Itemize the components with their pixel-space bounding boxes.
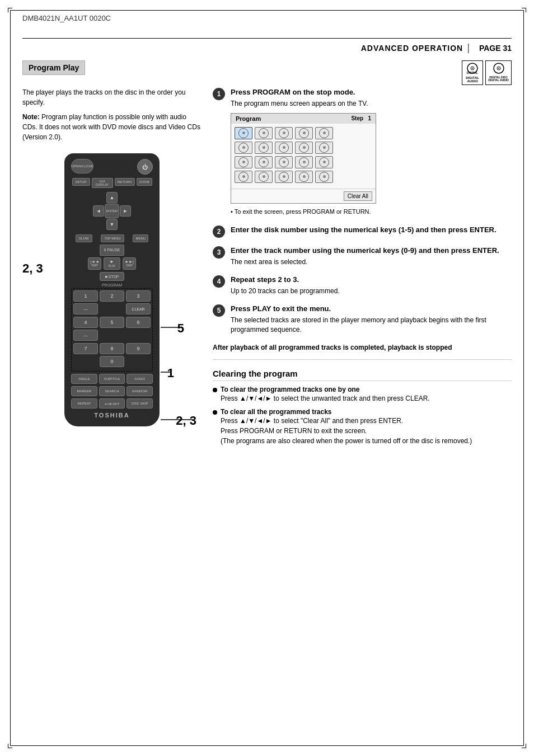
remote-func-row3: REPEAT A⇒B RPT DISC SKIP [71,398,153,408]
section-separator: │ [466,44,471,53]
remote-stop-btn[interactable]: ■ STOP [100,272,124,281]
cd-slot-4-5 [315,171,333,183]
remote-wrapper: 2, 3 OPEN/CLOSE ⏻ SETUP GUIDISPLAY RETUR… [22,153,202,426]
bullet-2-content: To clear all the programmed tracks Press… [221,408,472,446]
remote-control: OPEN/CLOSE ⏻ SETUP GUIDISPLAY RETURN ZOO… [64,153,160,426]
right-column: 1 Press PROGRAM on the stop mode. The pr… [213,87,512,450]
page-border-left [10,10,11,746]
remote-dash-btn[interactable]: — [73,303,98,314]
remote-power-btn[interactable]: ⏻ [137,159,153,175]
body-text-note: Note: Program play function is possible … [22,112,202,142]
step-2-content: Enter the disk number using the numerica… [231,225,512,237]
remote-num0-btn[interactable]: 0 [100,356,124,367]
cd-slot-1-2 [255,127,273,139]
step-4-content: Repeat steps 2 to 3. Up to 20 tracks can… [231,275,512,296]
step-3-title: Enter the track number using the numeric… [231,246,512,256]
page-border-right [523,10,524,746]
remote-audio-btn[interactable]: AUDIO [127,374,153,384]
remote-abrpt-btn[interactable]: A⇒B RPT [99,398,125,408]
remote-repeat-btn[interactable]: REPEAT [71,398,97,408]
remote-num3-btn[interactable]: 3 [126,290,151,302]
program-play-box: Program Play [22,60,85,75]
page-border-bottom [10,745,524,746]
remote-step-5-label: 5 [177,321,184,336]
clearing-section: Clearing the program To clear the progra… [213,369,512,446]
remote-step-23-label: 2, 3 [176,414,196,428]
bullet-2-dot [213,410,217,415]
remote-nav-row: SLOW TOP MENU MENU [71,234,153,242]
bullet-2-text1: Press ▲/▼/◄/► to select "Clear All" and … [221,416,472,426]
remote-num5-btn[interactable]: 5 [100,317,124,328]
remote-program-label: PROGRAM [71,283,153,287]
remote-left-btn[interactable]: ◄ [93,205,104,217]
svg-point-7 [498,68,499,69]
remote-right-btn[interactable]: ► [120,205,131,217]
step-5-content: Press PLAY to exit the menu. The selecte… [231,304,512,335]
remote-num9-btn[interactable]: 9 [126,343,151,354]
remote-up-btn[interactable]: ▲ [106,192,118,203]
step-1-desc: The program menu screen appears on the T… [231,99,512,109]
remote-top-row: OPEN/CLOSE ⏻ [71,159,153,175]
remote-search-btn[interactable]: SEARCH [99,386,125,396]
step-1-title: Press PROGRAM on the stop mode. [231,87,512,97]
program-screen-step: Step 1 [351,115,371,122]
remote-menu-btn[interactable]: MENU [133,234,148,242]
remote-pause-btn[interactable]: II PAUSE [100,245,124,256]
disc-icon-dvd: DIGITAL DISCDIGITAL AUDIO [485,60,512,85]
clear-all-btn[interactable]: Clear All [344,191,372,201]
corner-tl [8,8,12,12]
step-3-content: Enter the track number using the numeric… [231,246,512,267]
remote-skip-fwd-btn[interactable]: ►►|SKIP [123,257,136,270]
remote-setup-btn[interactable]: SETUP [72,178,90,186]
remote-skip-back-btn[interactable]: |◄◄SKIP [88,257,101,270]
remote-display-btn[interactable]: GUIDISPLAY [92,178,113,188]
remote-subtitle-btn[interactable]: SUBTITLE [99,374,125,384]
remote-num4-btn[interactable]: 4 [73,317,98,328]
remote-clear-btn[interactable]: CLEAR [126,303,151,314]
program-play-title: Program Play [29,63,79,72]
remote-num8-btn[interactable]: 8 [100,343,124,354]
program-screen-body [231,124,376,189]
remote-dash2-btn[interactable]: — [73,330,98,341]
cd-slot-3-4 [295,156,313,168]
remote-down-btn[interactable]: ▼ [106,219,118,230]
step-3-circle: 3 [213,246,225,259]
section-header: ADVANCED OPERATION │ PAGE 31 [22,44,512,53]
cd-slot-2-4 [295,142,313,154]
remote-discskip-btn[interactable]: DISC SKIP [127,398,153,408]
remote-enter-btn[interactable]: ENTER [105,204,119,218]
remote-num7-btn[interactable]: 7 [73,343,98,354]
step-2-circle: 2 [213,226,225,238]
remote-func-row2: MARKER SEARCH RANDOM [71,386,153,396]
program-screen-footer: Clear All [231,189,376,203]
cd-slot-3-3 [275,156,293,168]
remote-random-btn[interactable]: RANDOM [127,386,153,396]
svg-point-2 [472,68,473,69]
bullet-2-text3: (The programs are also cleared when the … [221,436,472,446]
step-1-content: Press PROGRAM on the stop mode. The prog… [231,87,512,217]
corner-bl [8,744,12,748]
remote-zoom-btn[interactable]: ZOOM [137,178,152,186]
bullet-2-text2: Press PROGRAM or RETURN to exit the scre… [221,426,472,436]
program-row-1 [235,127,372,139]
corner-tr [522,8,526,12]
program-row-3 [235,156,372,168]
remote-marker-btn[interactable]: MARKER [71,386,97,396]
remote-return-btn[interactable]: RETURN [115,178,135,186]
cd-slot-1-3 [275,127,293,139]
remote-angle-btn[interactable]: ANGLE [71,374,97,384]
main-content: Program Play DIGITAL AUDIO DIGITALAUDIO [22,60,512,734]
step-5-desc: The selected tracks are stored in the pl… [231,316,512,335]
remote-play-btn[interactable]: ►PLAY [104,257,120,270]
remote-num1-btn[interactable]: 1 [73,290,98,302]
remote-topmenu-btn[interactable]: TOP MENU [101,234,124,242]
cd-slot-2-1 [235,142,252,154]
remote-slow-btn[interactable]: SLOW [76,234,92,242]
remote-utility-row: SETUP GUIDISPLAY RETURN ZOOM [71,178,153,188]
remote-num2-btn[interactable]: 2 [100,290,124,302]
remote-open-close-btn[interactable]: OPEN/CLOSE [71,159,93,173]
remote-numpad-dashed: 1 2 3 — CLEAR 4 5 6 — [71,288,153,372]
step-5-circle: 5 [213,304,225,317]
remote-num6-btn[interactable]: 6 [126,317,151,328]
program-row-4 [235,171,372,183]
